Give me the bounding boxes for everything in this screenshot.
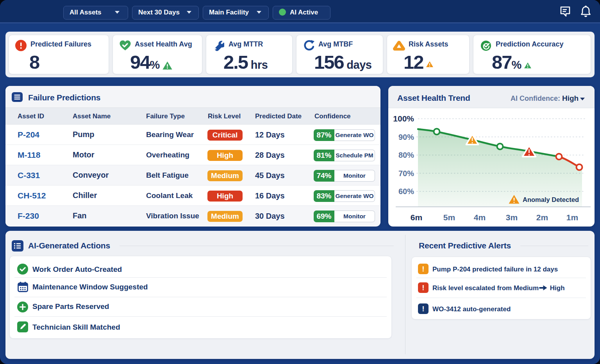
svg-text:2m: 2m — [536, 213, 548, 222]
svg-text:3m: 3m — [506, 213, 518, 222]
svg-text:6m: 6m — [411, 213, 422, 222]
svg-text:90%: 90% — [398, 133, 414, 141]
svg-text:Anomaly Detected: Anomaly Detected — [523, 196, 579, 203]
svg-text:100%: 100% — [393, 114, 414, 123]
svg-text:60%: 60% — [398, 187, 414, 196]
svg-text:70%: 70% — [398, 169, 414, 178]
svg-text:4m: 4m — [474, 213, 486, 222]
svg-text:1m: 1m — [566, 213, 578, 222]
svg-text:5m: 5m — [443, 213, 455, 222]
svg-text:80%: 80% — [398, 151, 414, 159]
